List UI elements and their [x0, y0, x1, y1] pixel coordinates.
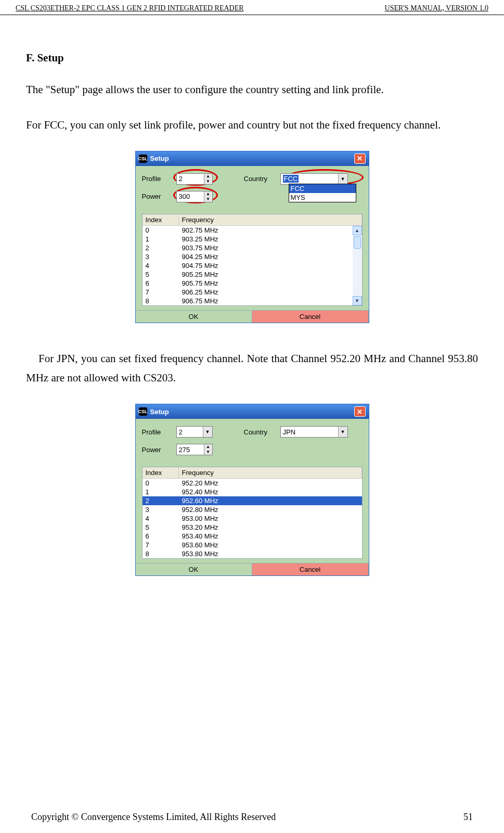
table-header: Index Frequency [143, 214, 362, 226]
spin-buttons[interactable]: ▲▼ [204, 191, 212, 202]
power-spinner[interactable]: 275 ▲▼ [176, 444, 213, 455]
cell-frequency: 953.40 MHz [179, 532, 362, 541]
section-heading: F. Setup [26, 52, 478, 65]
chevron-down-icon[interactable]: ▼ [203, 427, 212, 437]
window-title: Setup [150, 408, 169, 416]
cell-index: 2 [143, 244, 179, 252]
cell-index: 3 [143, 505, 179, 514]
profile-row: Profile 2 ▼ Country JPN ▼ [142, 426, 363, 438]
col-index: Index [143, 214, 179, 225]
country-combo[interactable]: FCC ▼ [280, 173, 348, 185]
power-value: 300 [179, 193, 190, 200]
profile-combo[interactable]: 2 ▼ [176, 426, 213, 438]
cell-index: 0 [143, 479, 179, 488]
cell-index: 2 [143, 496, 179, 505]
power-label: Power [142, 193, 176, 200]
profile-spinner[interactable]: 2 ▲▼ [176, 173, 213, 185]
table-row[interactable]: 6905.75 MHz [143, 279, 362, 288]
chevron-down-icon[interactable]: ▼ [338, 427, 347, 437]
cell-index: 4 [143, 514, 179, 523]
screenshot-fcc: CSL Setup ✕ Profile 2 ▲▼ Country FCC [26, 151, 478, 323]
chevron-down-icon[interactable]: ▼ [338, 174, 347, 184]
chevron-down-icon[interactable]: ▼ [204, 450, 212, 455]
table-row[interactable]: 4953.00 MHz [143, 514, 362, 523]
table-row[interactable]: 3904.25 MHz [143, 252, 362, 261]
close-icon[interactable]: ✕ [354, 406, 366, 417]
col-index: Index [143, 467, 179, 478]
country-option[interactable]: FCC [289, 184, 356, 193]
table-row[interactable]: 4904.75 MHz [143, 261, 362, 270]
cell-frequency: 905.25 MHz [179, 270, 362, 279]
scroll-thumb[interactable] [354, 236, 361, 249]
table-row[interactable]: 7953.60 MHz [143, 541, 362, 549]
cell-index: 7 [143, 288, 179, 297]
controls-area: Profile 2 ▲▼ Country FCC ▼ FCC MYS [136, 166, 369, 214]
cell-index: 8 [143, 549, 179, 558]
chevron-up-icon[interactable]: ▲ [204, 191, 212, 197]
cell-frequency: 903.25 MHz [179, 235, 362, 244]
cell-frequency: 953.20 MHz [179, 523, 362, 532]
table-row[interactable]: 7906.25 MHz [143, 288, 362, 297]
power-spinner[interactable]: 300 ▲▼ [176, 191, 213, 202]
table-row[interactable]: 8953.80 MHz [143, 549, 362, 558]
table-body: ▲ ▼ 0902.75 MHz1903.25 MHz2903.75 MHz390… [143, 226, 362, 305]
chevron-up-icon[interactable]: ▲ [204, 444, 212, 450]
country-label: Country [244, 175, 280, 183]
power-label: Power [142, 446, 176, 454]
country-dropdown[interactable]: FCC MYS [289, 184, 356, 202]
controls-area: Profile 2 ▼ Country JPN ▼ Power 275 [136, 419, 369, 467]
profile-label: Profile [142, 175, 176, 183]
table-row[interactable]: 8906.75 MHz [143, 297, 362, 305]
table-row[interactable]: 0952.20 MHz [143, 479, 362, 488]
header-left: CSL CS203ETHER-2 EPC CLASS 1 GEN 2 RFID … [16, 4, 244, 12]
close-icon[interactable]: ✕ [354, 153, 366, 164]
country-value: JPN [283, 428, 296, 436]
cell-index: 5 [143, 523, 179, 532]
col-frequency: Frequency [179, 467, 362, 478]
table-row[interactable]: 0902.75 MHz [143, 226, 362, 235]
table-row[interactable]: 2952.60 MHz [143, 496, 362, 505]
chevron-down-icon[interactable]: ▼ [204, 197, 212, 202]
page-header: CSL CS203ETHER-2 EPC CLASS 1 GEN 2 RFID … [0, 0, 504, 15]
cell-frequency: 953.00 MHz [179, 514, 362, 523]
button-row: OK Cancel [136, 310, 369, 323]
profile-value: 2 [179, 428, 183, 436]
table-row[interactable]: 5953.20 MHz [143, 523, 362, 532]
cancel-button[interactable]: Cancel [252, 311, 369, 323]
ok-button[interactable]: OK [136, 563, 252, 575]
cancel-button[interactable]: Cancel [252, 563, 369, 575]
page-content: F. Setup The "Setup" page allows the use… [0, 15, 504, 576]
cell-index: 1 [143, 488, 179, 496]
table-row[interactable]: 5905.25 MHz [143, 270, 362, 279]
scroll-down-icon[interactable]: ▼ [353, 296, 362, 305]
app-icon: CSL [139, 155, 147, 163]
country-combo[interactable]: JPN ▼ [280, 426, 348, 438]
paragraph-3: For JPN, you can set fixed frequency cha… [26, 349, 478, 389]
ok-button[interactable]: OK [136, 311, 252, 323]
window-title: Setup [150, 155, 169, 162]
cell-frequency: 952.60 MHz [179, 496, 362, 505]
table-row[interactable]: 2903.75 MHz [143, 244, 362, 252]
cell-frequency: 905.75 MHz [179, 279, 362, 288]
scrollbar[interactable]: ▲ ▼ [353, 226, 362, 305]
profile-label: Profile [142, 428, 176, 436]
table-row[interactable]: 1903.25 MHz [143, 235, 362, 244]
spin-buttons[interactable]: ▲▼ [204, 174, 212, 184]
col-frequency: Frequency [179, 214, 362, 225]
country-selected: FCC [283, 175, 299, 183]
page-footer: Copyright © Convergence Systems Limited,… [0, 812, 504, 823]
table-row[interactable]: 1952.40 MHz [143, 488, 362, 496]
cell-frequency: 906.75 MHz [179, 297, 362, 305]
table-row[interactable]: 3952.80 MHz [143, 505, 362, 514]
page-number: 51 [463, 812, 473, 823]
power-value: 275 [179, 446, 190, 454]
chevron-up-icon[interactable]: ▲ [204, 174, 212, 179]
spin-buttons[interactable]: ▲▼ [204, 444, 212, 455]
chevron-down-icon[interactable]: ▼ [204, 179, 212, 184]
cell-frequency: 906.25 MHz [179, 288, 362, 297]
scroll-track[interactable] [353, 235, 362, 296]
country-option[interactable]: MYS [289, 193, 356, 202]
table-row[interactable]: 6953.40 MHz [143, 532, 362, 541]
scroll-up-icon[interactable]: ▲ [353, 226, 362, 235]
cell-index: 8 [143, 297, 179, 305]
